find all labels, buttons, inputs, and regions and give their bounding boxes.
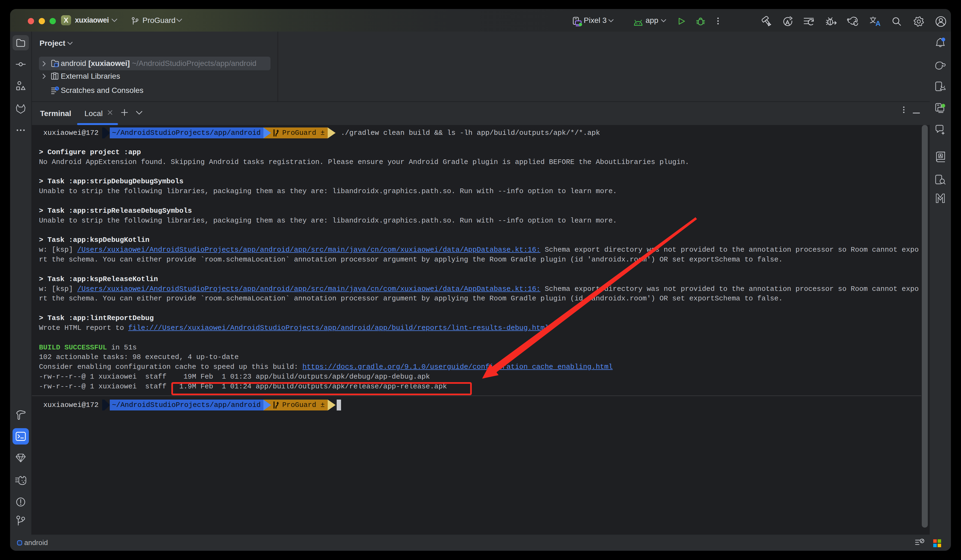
svg-text:A: A — [876, 19, 881, 27]
